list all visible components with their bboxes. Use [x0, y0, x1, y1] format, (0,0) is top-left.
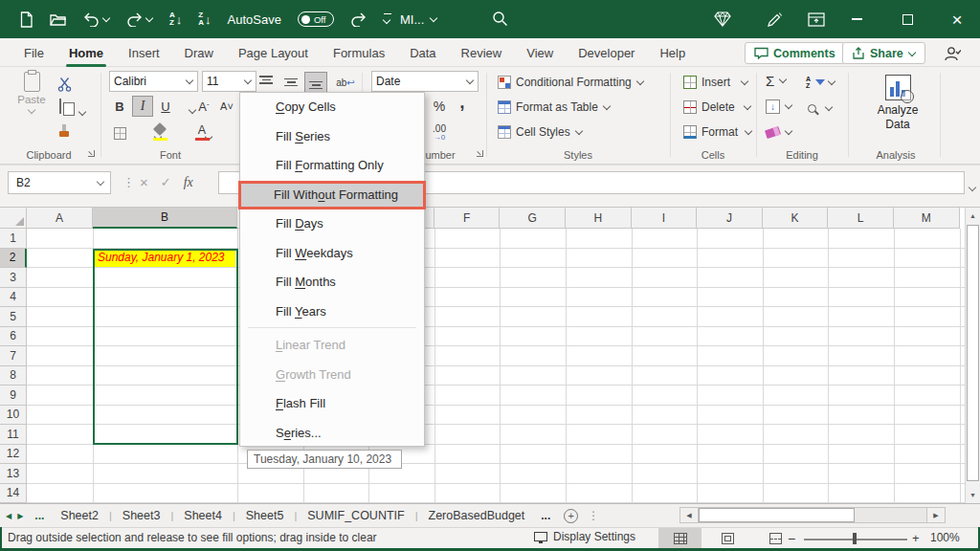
increase-decimal-button[interactable]: .00→0: [429, 122, 450, 143]
fill-down-button[interactable]: ↓: [766, 97, 792, 116]
user-account-icon[interactable]: [944, 46, 961, 65]
top-align-button[interactable]: [255, 72, 278, 93]
menu-item-fill-days[interactable]: Fill Days: [240, 209, 424, 239]
increase-font-size-button[interactable]: Aˆ: [193, 96, 214, 117]
menu-item-fill-series[interactable]: Fill Series: [240, 122, 424, 152]
row-header-12[interactable]: 12: [0, 445, 27, 465]
tab-insert[interactable]: Insert: [116, 38, 172, 67]
sheet-nav-right-icon[interactable]: ▶: [17, 512, 23, 520]
horizontal-scroll-thumb[interactable]: [699, 508, 855, 522]
tab-formulas[interactable]: Formulas: [321, 38, 397, 67]
open-folder-icon[interactable]: [50, 12, 67, 27]
fill-color-button[interactable]: [149, 122, 170, 143]
search-icon[interactable]: [492, 11, 508, 31]
page-layout-view-button[interactable]: [706, 528, 749, 549]
row-header-8[interactable]: 8: [0, 366, 27, 386]
sheet-overflow-right[interactable]: ...: [541, 509, 550, 522]
percent-style-button[interactable]: %: [429, 96, 450, 117]
column-header-g[interactable]: G: [500, 208, 566, 229]
tab-developer[interactable]: Developer: [566, 38, 647, 67]
column-header-i[interactable]: I: [632, 208, 698, 229]
row-header-13[interactable]: 13: [0, 464, 27, 484]
sheet-bar-menu-icon[interactable]: ⋮: [588, 509, 599, 522]
autosave-toggle[interactable]: Off: [298, 11, 334, 27]
column-header-f[interactable]: F: [434, 208, 501, 229]
undo-dropdown-icon[interactable]: [102, 15, 110, 23]
delete-cells-button[interactable]: Delete: [683, 98, 751, 117]
share-button[interactable]: Share: [842, 42, 925, 64]
tab-help[interactable]: Help: [647, 38, 698, 67]
autosum-button[interactable]: Σ: [766, 71, 787, 90]
tab-review[interactable]: Review: [449, 38, 515, 67]
copy-dropdown-icon[interactable]: [78, 109, 86, 117]
borders-button[interactable]: [109, 122, 130, 143]
sheet-tab-sheet5[interactable]: Sheet5: [235, 504, 295, 527]
tab-view[interactable]: View: [514, 38, 566, 67]
clear-button[interactable]: [766, 122, 792, 142]
sheet-tab-zerobasedbudget[interactable]: ZeroBasedBudget: [418, 504, 536, 527]
row-header-9[interactable]: 9: [0, 386, 27, 406]
find-select-button[interactable]: [808, 99, 833, 118]
row-header-6[interactable]: 6: [0, 327, 27, 347]
close-button[interactable]: ×: [945, 0, 969, 38]
scroll-down-icon[interactable]: ▼: [966, 487, 980, 502]
row-header-11[interactable]: 11: [0, 425, 27, 445]
zoom-level[interactable]: 100%: [930, 531, 960, 544]
select-all-corner[interactable]: [0, 208, 27, 229]
column-header-a[interactable]: A: [27, 208, 93, 229]
name-box[interactable]: B2: [8, 171, 111, 194]
cell-b2[interactable]: Sunday, January 1, 2023: [95, 249, 235, 267]
row-header-7[interactable]: 7: [0, 346, 27, 366]
sheet-tab-sheet4[interactable]: Sheet4: [173, 504, 233, 527]
menu-item-fill-months[interactable]: Fill Months: [240, 268, 424, 298]
horizontal-scrollbar[interactable]: ◀ ▶: [679, 507, 946, 523]
font-color-button[interactable]: A: [191, 122, 212, 143]
tab-data[interactable]: Data: [397, 38, 448, 67]
redo-dropdown-icon[interactable]: [145, 15, 153, 23]
expand-formula-bar-icon[interactable]: [969, 185, 976, 192]
decrease-font-size-button[interactable]: A˅: [216, 96, 237, 117]
editor-pen-icon[interactable]: [762, 0, 787, 38]
sheet-overflow-left[interactable]: ...: [34, 509, 44, 522]
sort-descending-icon[interactable]: ZA↓: [198, 11, 211, 27]
sheet-tab-sheet3[interactable]: Sheet3: [112, 504, 171, 527]
row-header-2[interactable]: 2: [0, 249, 27, 269]
row-header-10[interactable]: 10: [0, 406, 27, 426]
grid-cells[interactable]: Sunday, January 1, 2023: [27, 229, 965, 503]
insert-function-icon[interactable]: fx: [184, 175, 193, 190]
menu-item-fill-formatting-only[interactable]: Fill Formatting Only: [240, 151, 424, 181]
copy-icon[interactable]: [59, 99, 61, 113]
document-title[interactable]: MI...: [400, 0, 437, 38]
wrap-text-button[interactable]: ab↩: [333, 72, 358, 93]
maximize-button[interactable]: [895, 0, 920, 38]
bold-button[interactable]: B: [109, 96, 130, 117]
menu-item-fill-years[interactable]: Fill Years: [240, 298, 424, 327]
cancel-entry-icon[interactable]: ×: [140, 174, 148, 190]
name-box-dropdown-icon[interactable]: [97, 179, 104, 187]
scroll-left-icon[interactable]: ◀: [679, 507, 699, 523]
sheet-nav-left-icon[interactable]: ◀: [6, 512, 11, 520]
clipboard-dialog-launcher-icon[interactable]: [88, 150, 97, 159]
row-header-1[interactable]: 1: [0, 229, 27, 249]
row-header-4[interactable]: 4: [0, 288, 27, 308]
font-name-select[interactable]: Calibri: [109, 71, 198, 92]
cell-styles-button[interactable]: Cell Styles: [498, 122, 583, 142]
paste-button[interactable]: Paste: [11, 72, 52, 115]
scroll-up-icon[interactable]: ▲: [966, 208, 980, 223]
italic-button[interactable]: I: [132, 96, 153, 117]
confirm-entry-icon[interactable]: ✓: [161, 175, 171, 189]
middle-align-button[interactable]: [279, 72, 302, 93]
tab-page-layout[interactable]: Page Layout: [226, 38, 321, 67]
comments-button[interactable]: Comments: [745, 42, 845, 64]
column-header-h[interactable]: H: [566, 208, 632, 229]
zoom-out-button[interactable]: −: [788, 531, 795, 546]
row-header-3[interactable]: 3: [0, 268, 27, 288]
scroll-right-icon[interactable]: ▶: [926, 507, 946, 523]
minimize-button[interactable]: [844, 0, 869, 38]
tab-draw[interactable]: Draw: [172, 38, 226, 67]
underline-button[interactable]: U: [155, 96, 176, 117]
conditional-formatting-button[interactable]: Conditional Formatting: [498, 73, 644, 92]
display-settings-button[interactable]: Display Settings: [534, 530, 635, 543]
number-format-select[interactable]: Date: [371, 71, 479, 92]
column-header-j[interactable]: J: [697, 208, 763, 229]
